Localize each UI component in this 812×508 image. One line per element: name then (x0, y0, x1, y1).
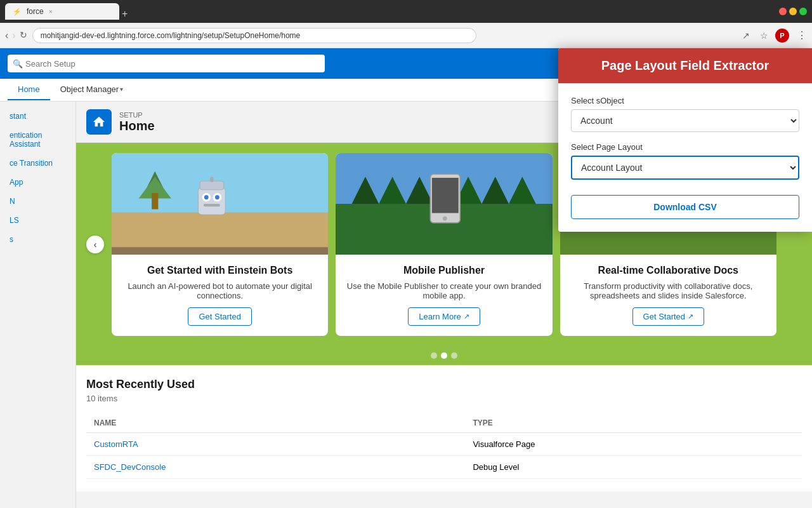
refresh-button[interactable]: ↻ (20, 30, 27, 41)
minimize-window-button[interactable] (789, 8, 797, 15)
sidebar-item-ls[interactable]: LS (0, 211, 75, 230)
svg-rect-1 (112, 213, 328, 248)
panel-header: Page Layout Field Extractor (558, 48, 812, 83)
select-sobject-label: Select sObject (571, 96, 799, 105)
svg-rect-11 (200, 181, 224, 190)
mobile-publisher-illustration (336, 153, 552, 255)
svg-point-9 (215, 195, 219, 199)
row-2-type: Debug Level (465, 456, 802, 479)
table-row: SFDC_DevConsole Debug Level (86, 456, 802, 479)
card-desc-1: Launch an AI-powered bot to automate you… (122, 281, 318, 302)
table-row: CustomRTA Visualforce Page (86, 433, 802, 456)
devconsole-link[interactable]: SFDC_DevConsole (94, 462, 166, 472)
tab-object-manager[interactable]: Object Manager ▾ (50, 79, 134, 100)
maximize-window-button[interactable] (799, 8, 807, 15)
tab-favicon: ⚡ (13, 8, 22, 16)
address-input[interactable] (32, 28, 476, 43)
svg-rect-5 (199, 187, 226, 215)
table-header-row: NAME TYPE (86, 413, 802, 433)
mru-table: NAME TYPE CustomRTA Visualforce Page SFD… (86, 413, 802, 479)
mru-title: Most Recently Used (86, 378, 802, 391)
card-scene-einstein (112, 153, 328, 255)
card-title-3: Real-time Collaborative Docs (570, 265, 766, 276)
back-button[interactable]: ‹ (5, 30, 8, 41)
carousel-prev-button[interactable]: ‹ (86, 236, 104, 253)
page-header-text: SETUP Home (119, 111, 155, 133)
svg-point-23 (443, 217, 447, 221)
card-desc-2: Use the Mobile Publisher to create your … (346, 281, 542, 302)
panel-title: Page Layout Field Extractor (571, 58, 799, 73)
card-body-1: Get Started with Einstein Bots Launch an… (112, 255, 328, 336)
card-scene-mobile (336, 153, 552, 255)
search-bar[interactable]: 🔍 (8, 55, 325, 72)
dot-3[interactable] (451, 352, 457, 359)
carousel-dots (76, 346, 812, 365)
row-2-name: SFDC_DevConsole (86, 456, 465, 479)
close-window-button[interactable] (779, 8, 787, 15)
sidebar-item-n[interactable]: N (0, 192, 75, 211)
customrta-link[interactable]: CustomRTA (94, 439, 138, 449)
tab-home[interactable]: Home (8, 79, 50, 100)
home-icon (86, 109, 112, 135)
get-started-button-1[interactable]: Get Started (188, 307, 251, 326)
svg-rect-12 (210, 177, 213, 182)
dot-2[interactable] (441, 352, 447, 359)
sidebar-item-transition[interactable]: ce Transition (0, 154, 75, 173)
get-started-button-2[interactable]: Get Started ↗ (632, 307, 704, 326)
sobject-select[interactable]: Account Contact Lead Opportunity Case (571, 109, 799, 132)
card-body-3: Real-time Collaborative Docs Transform p… (560, 255, 776, 336)
card-einstein-bots: Get Started with Einstein Bots Launch an… (112, 153, 328, 336)
browser-action-icons: ↗ ☆ P ⋮ (740, 29, 807, 43)
mru-count: 10 items (86, 394, 802, 403)
tab-close-button[interactable]: × (49, 8, 53, 15)
panel-body: Select sObject Account Contact Lead Oppo… (558, 83, 812, 232)
card-image-1 (112, 153, 328, 255)
svg-rect-22 (432, 178, 459, 213)
row-1-type: Visualforce Page (465, 433, 802, 456)
forward-button: › (12, 30, 15, 41)
learn-more-button[interactable]: Learn More ↗ (408, 307, 480, 326)
object-manager-arrow: ▾ (120, 86, 123, 93)
search-icon: 🔍 (13, 59, 23, 69)
address-bar: ‹ › ↻ ↗ ☆ P ⋮ (0, 23, 812, 48)
bookmark-icon[interactable]: ☆ (757, 29, 770, 42)
card-body-2: Mobile Publisher Use the Mobile Publishe… (336, 255, 552, 336)
column-name: NAME (86, 413, 465, 433)
einstein-bot-illustration (112, 153, 328, 255)
mru-section: Most Recently Used 10 items NAME TYPE Cu… (76, 365, 812, 491)
select-layout-label: Select Page Layout (571, 142, 799, 152)
tab-title: force (27, 7, 44, 16)
column-type: TYPE (465, 413, 802, 433)
sidebar: stant entication Assistant ce Transition… (0, 102, 76, 508)
row-1-name: CustomRTA (86, 433, 465, 456)
setup-label: SETUP (119, 111, 155, 119)
card-desc-3: Transform productivity with collaborativ… (570, 281, 766, 302)
card-title-2: Mobile Publisher (346, 265, 542, 276)
new-tab-button[interactable]: + (122, 8, 128, 20)
nav-buttons: ‹ › ↻ (5, 30, 27, 41)
browser-tabs: ⚡ force × + (5, 3, 769, 20)
card-mobile-publisher: Mobile Publisher Use the Mobile Publishe… (336, 153, 552, 336)
svg-point-8 (204, 195, 209, 199)
svg-rect-10 (204, 204, 220, 206)
svg-rect-4 (152, 193, 158, 210)
dot-1[interactable] (431, 352, 437, 359)
card-title-1: Get Started with Einstein Bots (122, 265, 318, 276)
window-controls (779, 8, 807, 15)
active-tab[interactable]: ⚡ force × (5, 3, 119, 20)
share-icon[interactable]: ↗ (740, 29, 752, 42)
download-csv-button[interactable]: Download CSV (571, 195, 799, 219)
card-image-2 (336, 153, 552, 255)
search-input[interactable] (25, 59, 320, 69)
sidebar-item-authentication[interactable]: entication Assistant (0, 126, 75, 154)
page-title: Home (119, 119, 155, 133)
page-layout-panel: Page Layout Field Extractor Select sObje… (558, 48, 812, 232)
profile-avatar[interactable]: P (775, 29, 789, 43)
layout-select[interactable]: Account Layout Account (Marketing) Layou… (571, 156, 799, 180)
home-svg (92, 115, 106, 129)
sidebar-item-s[interactable]: s (0, 230, 75, 249)
sidebar-item-stant[interactable]: stant (0, 107, 75, 126)
sidebar-item-app[interactable]: App (0, 173, 75, 192)
browser-menu-icon[interactable]: ⋮ (797, 29, 807, 41)
browser-chrome: ⚡ force × + (0, 0, 812, 23)
